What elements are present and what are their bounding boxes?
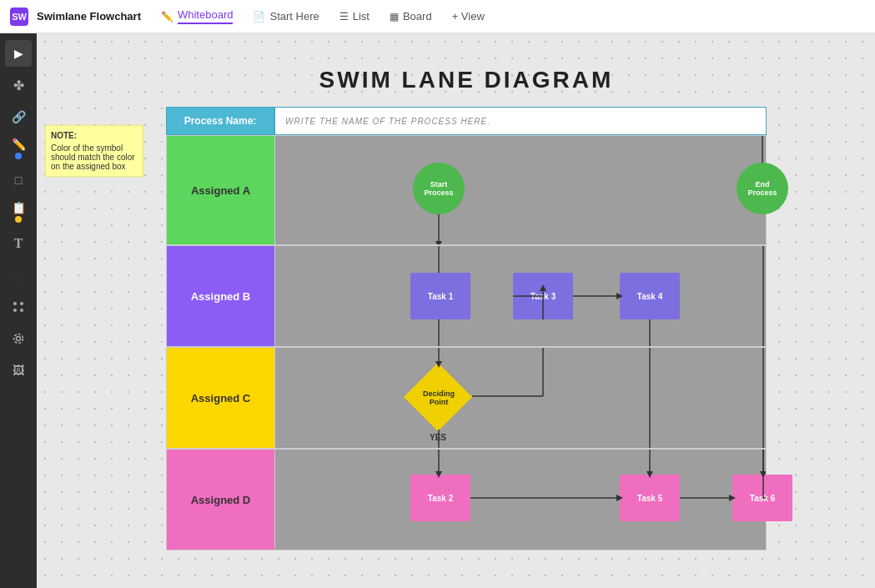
tab-view[interactable]: + View: [444, 7, 493, 26]
task2-rect: Task 2: [410, 475, 470, 521]
header-row: Process Name: WRITE THE NAME OF THE PROC…: [166, 107, 767, 135]
svg-point-5: [20, 309, 23, 312]
arrows-a: [275, 136, 766, 244]
lane-content-c: Deciding Point YES: [275, 348, 766, 448]
swim-row-b: Assigned B Task 1 Task 3 Task 4: [166, 245, 767, 347]
task5-rect: Task 5: [620, 475, 680, 521]
decision-diamond: Deciding Point: [405, 364, 472, 431]
hand-tool[interactable]: ✤: [5, 72, 32, 98]
lanes-wrapper: Assigned A Start Process End Process: [166, 135, 767, 550]
lane-content-a: Start Process End Process: [275, 136, 766, 244]
text-tool[interactable]: T: [5, 230, 32, 257]
content-area[interactable]: NOTE: Color of the symbol should match t…: [37, 33, 875, 588]
arrows-c: [275, 348, 766, 448]
swim-row-a: Assigned A Start Process End Process: [166, 135, 767, 245]
arrows-d: [275, 450, 766, 550]
lane-label-a: Assigned A: [167, 136, 275, 244]
svg-point-3: [20, 302, 23, 305]
lane-label-c: Assigned C: [167, 348, 275, 448]
app-icon: SW: [10, 8, 28, 26]
task6-rect: Task 6: [732, 475, 792, 521]
board-icon: ▦: [390, 11, 399, 23]
sticky-tool[interactable]: 📋: [5, 199, 32, 225]
shape-tool[interactable]: □: [5, 167, 32, 193]
diagram-container: SWIM LANE DIAGRAM Process Name: WRITE TH…: [166, 67, 767, 550]
start-here-icon: 📄: [253, 11, 265, 23]
diagram-title: SWIM LANE DIAGRAM: [166, 67, 767, 93]
whiteboard-icon: ✏️: [161, 11, 173, 23]
link-tool[interactable]: 🔗: [5, 103, 32, 130]
component-tool[interactable]: [5, 294, 32, 320]
task3-rect: Task 3: [513, 273, 573, 319]
eraser-tool[interactable]: [5, 262, 32, 289]
svg-marker-9: [435, 241, 442, 244]
task4-rect: Task 4: [620, 273, 680, 319]
swim-row-c: Assigned C Deciding Point YES: [166, 347, 767, 449]
note-title: NOTE:: [51, 131, 138, 140]
tab-whiteboard[interactable]: ✏️ Whiteboard: [153, 5, 241, 28]
gallery-tool[interactable]: 🖼: [5, 357, 32, 384]
tab-start-here[interactable]: 📄 Start Here: [244, 7, 327, 26]
lane-label-d: Assigned D: [167, 450, 275, 550]
left-sidebar: ▶ ✤ 🔗 ✏️ □ 📋 T: [0, 33, 37, 588]
task1-rect: Task 1: [410, 273, 470, 319]
svg-point-7: [14, 334, 23, 344]
process-name-label: Process Name:: [166, 107, 274, 135]
settings-tool[interactable]: [5, 325, 32, 352]
pencil-tool[interactable]: ✏️: [5, 135, 32, 162]
lane-content-b: Task 1 Task 3 Task 4: [275, 246, 766, 346]
end-circle: End Process: [737, 163, 788, 214]
process-name-value: WRITE THE NAME OF THE PROCESS HERE.: [274, 107, 767, 135]
lane-content-d: Task 2 Task 5 Task 6: [275, 450, 766, 550]
swim-row-d: Assigned D Task 2 Task 5 Task 6: [166, 449, 767, 550]
tab-list[interactable]: ☰ List: [331, 7, 378, 26]
list-icon: ☰: [339, 11, 349, 23]
cursor-tool[interactable]: ▶: [5, 40, 32, 67]
project-title: Swimlane Flowchart: [37, 10, 141, 23]
svg-point-2: [13, 302, 17, 305]
note-text: Color of the symbol should match the col…: [51, 143, 138, 171]
lane-label-b: Assigned B: [167, 246, 275, 346]
main-layout: ▶ ✤ 🔗 ✏️ □ 📋 T: [0, 33, 875, 588]
tab-board[interactable]: ▦ Board: [381, 7, 440, 26]
yes-label: YES: [430, 433, 446, 442]
svg-point-4: [13, 309, 17, 312]
note-panel: NOTE: Color of the symbol should match t…: [45, 125, 143, 177]
svg-line-0: [13, 272, 23, 279]
start-circle: Start Process: [413, 163, 465, 214]
svg-point-6: [17, 337, 21, 341]
top-nav: SW Swimlane Flowchart ✏️ Whiteboard 📄 St…: [0, 0, 875, 33]
